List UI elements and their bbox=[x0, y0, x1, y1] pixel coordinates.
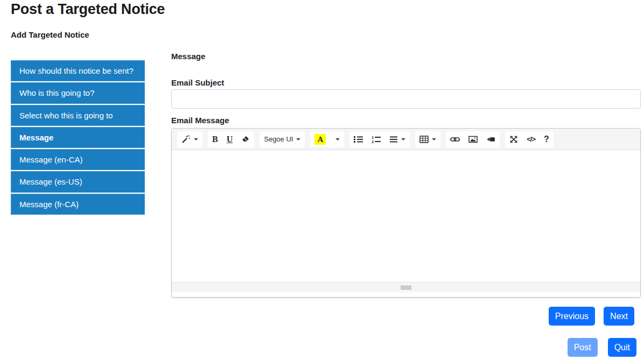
style-dropdown-button[interactable] bbox=[177, 131, 202, 147]
video-icon bbox=[486, 135, 495, 144]
post-button[interactable]: Post bbox=[568, 338, 598, 357]
bold-button[interactable]: B bbox=[208, 131, 222, 147]
ordered-list-button[interactable]: 1 2 bbox=[367, 131, 385, 147]
chevron-down-icon bbox=[335, 138, 340, 140]
editor-footer-strip bbox=[172, 292, 640, 297]
page-title: Post a Targeted Notice bbox=[11, 1, 165, 18]
chevron-down-icon bbox=[296, 138, 300, 140]
chevron-down-icon bbox=[194, 138, 198, 140]
bold-glyph: B bbox=[212, 135, 218, 144]
help-button[interactable]: ? bbox=[540, 131, 554, 147]
rich-text-editor: B U Segoe UI bbox=[171, 128, 641, 298]
unordered-list-icon bbox=[354, 135, 363, 144]
paragraph-align-icon bbox=[389, 135, 398, 144]
email-message-label: Email Message bbox=[171, 116, 229, 125]
wizard-step-message-en-ca[interactable]: Message (en-CA) bbox=[11, 149, 145, 170]
link-icon bbox=[450, 135, 460, 144]
wizard-step-select-who[interactable]: Select who this is going to bbox=[11, 105, 145, 126]
insert-video-button[interactable] bbox=[482, 131, 500, 147]
wizard-step-message-es-us[interactable]: Message (es-US) bbox=[11, 171, 145, 192]
toolbar-group-style bbox=[177, 131, 202, 147]
ordered-list-icon: 1 2 bbox=[372, 135, 381, 144]
wizard-step-list: How should this notice be sent? Who is t… bbox=[11, 60, 145, 216]
unordered-list-button[interactable] bbox=[349, 131, 367, 147]
wizard-step-how-sent[interactable]: How should this notice be sent? bbox=[11, 60, 145, 81]
underline-button[interactable]: U bbox=[222, 131, 237, 147]
paragraph-align-dropdown[interactable] bbox=[385, 131, 410, 147]
help-icon: ? bbox=[544, 135, 549, 144]
toolbar-group-font-style: B U bbox=[208, 131, 254, 147]
email-subject-input[interactable] bbox=[171, 89, 641, 109]
toolbar-group-table bbox=[415, 131, 440, 147]
page-subtitle: Add Targeted Notice bbox=[11, 30, 89, 39]
picture-icon bbox=[468, 135, 478, 144]
underline-glyph: U bbox=[227, 135, 233, 144]
quit-button[interactable]: Quit bbox=[608, 338, 636, 357]
email-subject-label: Email Subject bbox=[171, 78, 224, 87]
wizard-nav-buttons: Previous Next bbox=[549, 307, 634, 326]
insert-picture-button[interactable] bbox=[464, 131, 482, 147]
text-color-button[interactable]: A bbox=[310, 131, 330, 147]
wizard-step-message-fr-ca[interactable]: Message (fr-CA) bbox=[11, 194, 145, 215]
editor-toolbar: B U Segoe UI bbox=[172, 129, 640, 150]
text-color-dropdown-button[interactable] bbox=[330, 131, 344, 147]
magic-wand-icon bbox=[181, 135, 191, 144]
post-targeted-notice-page: Post a Targeted Notice Add Targeted Noti… bbox=[0, 0, 644, 360]
wizard-step-who[interactable]: Who is this going to? bbox=[11, 82, 145, 103]
previous-button[interactable]: Previous bbox=[549, 307, 595, 326]
font-color-icon: A bbox=[314, 134, 326, 145]
editor-resize-handle[interactable] bbox=[172, 282, 640, 292]
eraser-icon bbox=[241, 135, 250, 144]
svg-text:2: 2 bbox=[372, 139, 374, 144]
section-heading: Message bbox=[171, 52, 205, 61]
next-button[interactable]: Next bbox=[604, 307, 634, 326]
toolbar-group-insert bbox=[446, 131, 500, 147]
toolbar-group-paragraph: 1 2 bbox=[349, 131, 410, 147]
code-view-icon: </> bbox=[527, 135, 535, 143]
table-icon bbox=[419, 135, 429, 144]
toolbar-group-fontname: Segoe UI bbox=[260, 131, 305, 147]
resize-grip-icon bbox=[400, 283, 412, 292]
font-family-dropdown[interactable]: Segoe UI bbox=[260, 131, 305, 147]
toolbar-group-color: A bbox=[310, 131, 344, 147]
toolbar-group-view: </> ? bbox=[505, 131, 554, 147]
chevron-down-icon bbox=[432, 138, 436, 140]
clear-formatting-button[interactable] bbox=[237, 131, 254, 147]
fullscreen-icon bbox=[509, 135, 518, 144]
fullscreen-button[interactable] bbox=[505, 131, 522, 147]
form-action-buttons: Post Quit bbox=[568, 338, 636, 357]
code-view-button[interactable]: </> bbox=[522, 131, 540, 147]
chevron-down-icon bbox=[401, 138, 405, 140]
insert-link-button[interactable] bbox=[446, 131, 464, 147]
wizard-step-message[interactable]: Message bbox=[11, 127, 145, 148]
table-dropdown-button[interactable] bbox=[415, 131, 440, 147]
email-message-editor-content[interactable] bbox=[172, 150, 640, 282]
font-family-value: Segoe UI bbox=[264, 135, 293, 143]
